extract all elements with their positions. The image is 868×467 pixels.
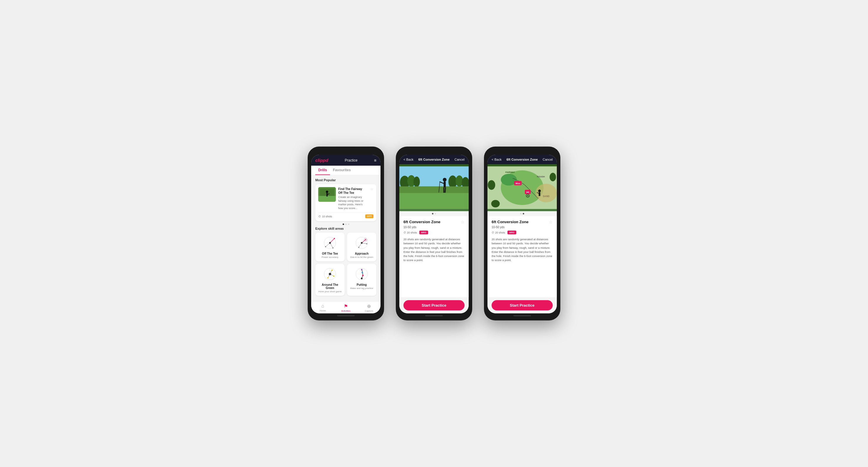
svg-rect-52 bbox=[399, 193, 469, 209]
svg-point-36 bbox=[327, 277, 329, 278]
svg-text:ROUGH: ROUGH bbox=[537, 176, 545, 178]
drill-hero-image bbox=[399, 164, 469, 211]
drill-name: 6ft Conversion Zone bbox=[403, 220, 440, 224]
phone3-header: < Back 6ft Conversion Zone Cancel bbox=[488, 155, 557, 164]
phone3-header-title: 6ft Conversion Zone bbox=[506, 158, 538, 161]
drill-description-3: 20 shots are randomly generated at dista… bbox=[492, 237, 553, 263]
drill-range: 10-50 yds bbox=[403, 226, 465, 229]
carousel-dots bbox=[315, 224, 376, 225]
capture-icon: ⊕ bbox=[367, 303, 371, 309]
svg-point-47 bbox=[413, 176, 420, 187]
detail-dot-2 bbox=[435, 213, 436, 214]
svg-line-9 bbox=[330, 238, 334, 243]
clock-icon-3: ⏱ bbox=[492, 231, 494, 234]
arg-badge-3: ARG bbox=[507, 231, 516, 234]
skill-putting-name: Putting bbox=[357, 283, 367, 287]
drill-header-3: 6ft Conversion Zone ☆ bbox=[492, 220, 553, 224]
drill-meta-3: ⏱ 20 shots ARG bbox=[492, 231, 553, 234]
drill-footer: ⏱ 10 shots OTT bbox=[318, 212, 373, 218]
svg-point-53 bbox=[443, 178, 446, 181]
phone1-header: clippd Practice ≡ bbox=[311, 155, 380, 166]
svg-point-24 bbox=[366, 243, 367, 244]
phone-3-screen: < Back 6ft Conversion Zone Cancel bbox=[488, 155, 557, 313]
nav-activities[interactable]: ⚑ Activities bbox=[334, 303, 358, 312]
phone1-content: Most Popular bbox=[311, 175, 380, 301]
phone-notch-2 bbox=[422, 150, 446, 153]
phone2-header-title: 6ft Conversion Zone bbox=[418, 158, 450, 161]
phone-1-screen: clippd Practice ≡ Drills Favourites Most… bbox=[311, 155, 380, 313]
home-icon: ⌂ bbox=[321, 303, 324, 309]
skill-around-the-green[interactable]: Around The Green Hone your short game bbox=[315, 264, 345, 296]
explore-label: Explore skill areas bbox=[315, 227, 376, 230]
drill-text: Find The Fairway Off The Tee Create an i… bbox=[338, 187, 368, 210]
drill-star[interactable]: ☆ bbox=[370, 187, 373, 191]
skill-atg-desc: Hone your short game bbox=[318, 290, 341, 293]
phone2-header: < Back 6ft Conversion Zone Cancel bbox=[399, 155, 469, 164]
svg-point-71 bbox=[527, 195, 528, 196]
svg-point-41 bbox=[362, 272, 363, 273]
svg-text:Hit: Hit bbox=[526, 191, 529, 194]
featured-drill-card[interactable]: Find The Fairway Off The Tee Create an i… bbox=[315, 184, 376, 221]
skill-approach[interactable]: Approach Dial-in to hit the green bbox=[347, 233, 376, 261]
phone-notch bbox=[334, 150, 358, 153]
drill-description: 20 shots are randomly generated at dista… bbox=[403, 237, 465, 263]
home-bar bbox=[337, 315, 355, 316]
menu-icon[interactable]: ≡ bbox=[374, 158, 376, 163]
bottom-nav: ⌂ Home ⚑ Activities ⊕ Capture bbox=[311, 301, 380, 313]
atg-icon bbox=[322, 267, 337, 281]
drill-image bbox=[318, 187, 336, 202]
tab-drills[interactable]: Drills bbox=[315, 166, 330, 175]
dot-2 bbox=[345, 224, 347, 225]
drill-favourite-3[interactable]: ☆ bbox=[549, 220, 553, 224]
svg-text:Miss: Miss bbox=[516, 182, 520, 185]
svg-point-34 bbox=[332, 270, 333, 271]
svg-point-63 bbox=[488, 180, 495, 190]
svg-rect-54 bbox=[444, 181, 446, 188]
app-logo: clippd bbox=[315, 158, 328, 163]
drill-meta: ⏱ 20 shots ARG bbox=[403, 231, 465, 234]
cancel-button[interactable]: Cancel bbox=[455, 158, 465, 161]
tab-favourites[interactable]: Favourites bbox=[330, 166, 354, 175]
clock-icon: ⏱ bbox=[403, 231, 406, 234]
home-bar-3 bbox=[513, 315, 531, 316]
putting-icon bbox=[354, 267, 369, 281]
svg-point-15 bbox=[325, 246, 326, 247]
svg-point-25 bbox=[358, 247, 360, 248]
arg-badge: ARG bbox=[419, 231, 428, 234]
drill-course-map: Miss Hit SAND FAIRWAY ROUGH bbox=[488, 164, 557, 211]
nav-capture[interactable]: ⊕ Capture bbox=[357, 303, 380, 312]
svg-rect-55 bbox=[443, 188, 444, 193]
detail-dot-3-2 bbox=[523, 213, 524, 214]
svg-point-40 bbox=[361, 269, 363, 270]
shots-count-3: ⏱ 20 shots bbox=[492, 231, 505, 234]
skill-approach-name: Approach bbox=[355, 252, 369, 255]
svg-point-23 bbox=[365, 239, 366, 240]
skill-putting[interactable]: Putting Make and lag practice bbox=[347, 264, 376, 296]
svg-text:SAND: SAND bbox=[543, 195, 550, 198]
back-button-3[interactable]: < Back bbox=[492, 158, 502, 161]
phone-3: < Back 6ft Conversion Zone Cancel bbox=[484, 146, 560, 321]
cancel-button-3[interactable]: Cancel bbox=[543, 158, 553, 161]
start-practice-button-3[interactable]: Start Practice bbox=[492, 300, 553, 310]
dot-3 bbox=[348, 224, 349, 225]
start-practice-button[interactable]: Start Practice bbox=[403, 300, 465, 310]
svg-point-42 bbox=[362, 275, 364, 276]
skill-putting-desc: Make and lag practice bbox=[350, 287, 373, 290]
drill-info: 6ft Conversion Zone ☆ 10-50 yds ⏱ 20 sho… bbox=[399, 216, 469, 297]
detail-dots bbox=[399, 211, 469, 216]
drill-favourite[interactable]: ☆ bbox=[461, 220, 465, 224]
svg-rect-76 bbox=[538, 192, 540, 196]
tab-bar: Drills Favourites bbox=[311, 166, 380, 175]
drill-info-3: 6ft Conversion Zone ☆ 10-50 yds ⏱ 20 sho… bbox=[488, 216, 557, 297]
header-title: Practice bbox=[345, 158, 357, 162]
skill-off-the-tee[interactable]: Off The Tee Power accuracy bbox=[315, 233, 345, 261]
phone-1: clippd Practice ≡ Drills Favourites Most… bbox=[308, 146, 384, 321]
back-button[interactable]: < Back bbox=[403, 158, 413, 161]
detail-dots-3 bbox=[488, 211, 557, 216]
svg-point-35 bbox=[333, 275, 334, 277]
phone3-content: Miss Hit SAND FAIRWAY ROUGH bbox=[488, 164, 557, 313]
nav-home[interactable]: ⌂ Home bbox=[311, 303, 334, 312]
skill-ott-name: Off The Tee bbox=[322, 252, 338, 255]
svg-point-12 bbox=[329, 242, 331, 244]
detail-dot-3-1 bbox=[520, 213, 522, 214]
